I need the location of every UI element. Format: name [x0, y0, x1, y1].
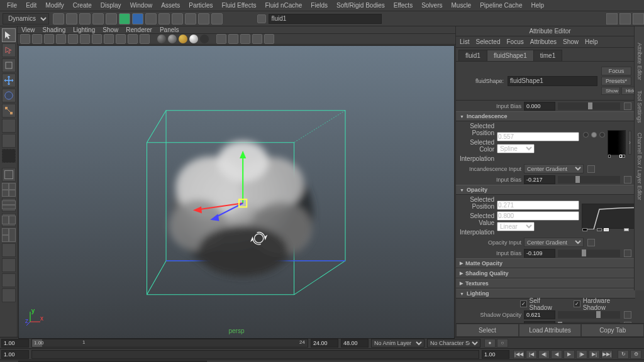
vp-expose-icon[interactable] [252, 34, 262, 44]
incand-input-conn-icon[interactable] [587, 165, 595, 173]
single-pane-layout[interactable] [2, 168, 16, 182]
vp-panels[interactable]: Panels [160, 26, 179, 33]
goto-end-button[interactable]: ▶▶| [601, 350, 613, 359]
two-pane-h-layout[interactable] [2, 198, 16, 212]
section-matte-opacity[interactable]: Matte Opacity [456, 258, 635, 268]
ae-show[interactable]: Show [563, 38, 579, 45]
menu-fluid-effects[interactable]: Fluid Effects [218, 1, 261, 10]
hw-shadow-check[interactable]: ✓ [574, 300, 580, 307]
range-end-field[interactable] [341, 339, 369, 348]
menu-edit[interactable]: Edit [21, 1, 41, 10]
section-opacity[interactable]: Opacity [456, 185, 635, 195]
vp-smooth-icon[interactable] [168, 35, 177, 43]
vp-image-plane-icon[interactable] [56, 34, 66, 44]
time-track[interactable]: 1.00124 [31, 339, 308, 348]
op-input-select[interactable]: Center Gradient [524, 238, 584, 247]
anim-end-field[interactable] [482, 350, 509, 359]
menu-file[interactable]: File [3, 1, 21, 10]
char-set-select[interactable]: No Character Set [427, 339, 480, 348]
snap-icon[interactable] [145, 13, 157, 25]
range-track[interactable] [31, 350, 479, 359]
incand-ramp[interactable] [608, 130, 626, 155]
autokey-icon[interactable]: ○ [497, 339, 508, 348]
vp-isolate-icon[interactable] [216, 34, 226, 44]
script-layout[interactable] [2, 288, 16, 302]
ae-scroll[interactable]: Input Bias Incandescence Selected Positi… [456, 101, 644, 323]
lasso-tool[interactable] [2, 43, 16, 57]
ipr-icon[interactable] [198, 13, 209, 25]
vp-lighting[interactable]: Lighting [73, 26, 95, 33]
menu-fields[interactable]: Fields [306, 1, 332, 10]
vp-select-cam-icon[interactable] [20, 34, 30, 44]
sel-mask-icon[interactable] [119, 13, 130, 25]
menu-particles[interactable]: Particles [184, 1, 217, 10]
incand-input-select[interactable]: Center Gradient [524, 164, 584, 173]
sidetab-channel[interactable]: Channel Box / Layer Editor [636, 129, 643, 204]
ae-selected[interactable]: Selected [476, 38, 501, 45]
move-tool[interactable] [2, 74, 16, 87]
incand-bias-conn-icon[interactable] [624, 176, 631, 184]
ae-help[interactable]: Help [585, 38, 598, 45]
show-manip-tool[interactable] [2, 134, 16, 148]
incand-selpos-field[interactable] [497, 132, 579, 141]
four-pane-layout[interactable] [2, 183, 16, 197]
select-tool[interactable] [2, 28, 16, 42]
op-selpos-field[interactable] [497, 200, 579, 210]
menu-fluid-ncache[interactable]: Fluid nCache [260, 1, 306, 10]
open-scene-icon[interactable] [66, 13, 77, 25]
render-settings-icon[interactable] [211, 13, 223, 25]
start-frame-field[interactable] [1, 339, 29, 348]
vp-show[interactable]: Show [103, 26, 118, 33]
step-back-button[interactable]: ◀| [538, 350, 550, 359]
redo-icon[interactable] [106, 13, 117, 25]
op-bias-slider[interactable] [558, 250, 620, 257]
ae-list[interactable]: List [460, 38, 470, 45]
self-shadow-check[interactable]: ✓ [520, 300, 526, 307]
paint-select-tool[interactable] [2, 58, 16, 72]
toggle-tool-icon[interactable] [619, 13, 631, 25]
menu-modify[interactable]: Modify [41, 1, 68, 10]
input-bias-slider[interactable] [558, 102, 620, 110]
vp-2d-pan-icon[interactable] [68, 34, 78, 44]
vp-renderer[interactable]: Renderer [126, 26, 152, 33]
prefs-icon[interactable]: ⚙ [630, 350, 641, 359]
toggle-cb-icon[interactable] [633, 13, 644, 25]
section-incandescence[interactable]: Incandescence [456, 111, 635, 121]
op-interp-select[interactable]: Linear [497, 222, 535, 231]
vp-grid-icon[interactable] [80, 34, 90, 44]
incand-ramp-nav[interactable]: › [628, 131, 631, 155]
vp-view[interactable]: View [21, 26, 35, 33]
undo-icon[interactable] [92, 13, 104, 25]
three-pane-layout[interactable] [2, 228, 16, 242]
goto-start-button[interactable]: |◀◀ [513, 350, 525, 359]
vp-shadow-icon[interactable] [200, 35, 209, 43]
render-icon[interactable] [185, 13, 196, 25]
vp-film-gate-icon[interactable] [92, 34, 102, 44]
input-bias-conn-icon[interactable] [624, 102, 631, 110]
vp-textured-icon[interactable] [179, 35, 187, 43]
soft-mod-tool[interactable] [2, 119, 16, 133]
snap3-icon[interactable] [172, 13, 183, 25]
sidetab-ae[interactable]: Attribute Editor [636, 39, 643, 84]
step-back-key-button[interactable]: |◀ [526, 350, 537, 359]
play-fwd-button[interactable]: ▶ [564, 350, 575, 359]
op-bias-field[interactable] [524, 249, 555, 258]
sel-mask2-icon[interactable] [132, 13, 143, 25]
hypershade-layout[interactable] [2, 273, 16, 287]
ae-presets-button[interactable]: Presets* [601, 77, 631, 85]
op-selval-field[interactable] [497, 211, 579, 221]
tab-fluid1[interactable]: fluid1 [458, 50, 487, 61]
range-start-field[interactable] [311, 339, 338, 348]
menu-effects[interactable]: Effects [389, 1, 417, 10]
menu-muscle[interactable]: Muscle [447, 1, 476, 10]
menu-pipeline-cache[interactable]: Pipeline Cache [475, 1, 526, 10]
scale-tool[interactable] [2, 104, 16, 118]
path-up-icon[interactable] [257, 14, 266, 23]
input-bias-field[interactable] [524, 102, 555, 111]
incand-interp-select[interactable]: Spline [497, 144, 535, 153]
ae-load-button[interactable]: Load Attributes [519, 324, 582, 337]
vp-shading[interactable]: Shading [43, 26, 66, 33]
menu-window[interactable]: Window [126, 1, 157, 10]
shadow-op-conn-icon[interactable] [624, 311, 631, 319]
ae-attributes[interactable]: Attributes [530, 38, 557, 45]
